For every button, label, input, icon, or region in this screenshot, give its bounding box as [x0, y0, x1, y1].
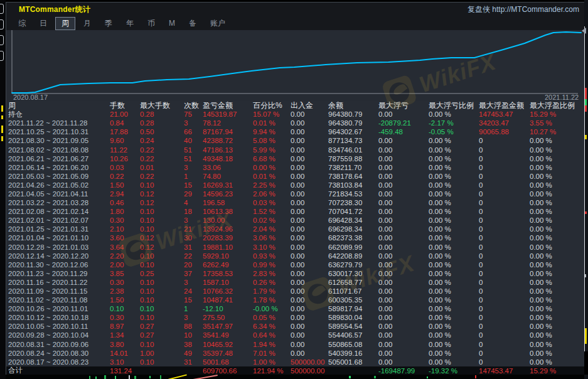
row-label: 2020.12.14 ~ 2020.12.20	[6, 252, 109, 260]
table-row[interactable]: 2021.08.30 ~ 2021.09.059.600.244042388.7…	[6, 136, 585, 145]
table-row[interactable]: 2021.02.01 ~ 2021.02.070.300.103130.000.…	[6, 216, 585, 225]
row-cell: 0	[478, 243, 528, 251]
row-label: 2020.10.12 ~ 2020.10.18	[6, 314, 109, 321]
total-row[interactable]: 合计131.24609700.66121.94 %500000.00-16948…	[6, 366, 585, 375]
row-cell: 0.00 %	[528, 314, 585, 321]
menu-item-季[interactable]: 季	[99, 18, 118, 29]
table-row[interactable]: 持仓21.000.2875145319.8715.07 %0.00964380.…	[6, 110, 585, 119]
row-cell: 0.22	[139, 155, 183, 163]
row-cell: 0.00	[377, 146, 427, 154]
table-row[interactable]: 2021.04.05 ~ 2021.04.112.940.122914596.2…	[6, 190, 585, 198]
brand-link[interactable]: 复盘侠 http://MTCommander.com	[468, 4, 579, 15]
table-row[interactable]: 2021.01.25 ~ 2021.01.312.100.102113924.9…	[6, 225, 585, 233]
table-row[interactable]: 2020.11.02 ~ 2020.11.081.500.101510487.4…	[6, 296, 585, 304]
row-cell: 121.94 %	[252, 367, 289, 375]
table-row[interactable]: 2020.08.24 ~ 2020.08.3014.011.004935397.…	[6, 349, 585, 358]
row-cell: 0.00	[377, 190, 427, 198]
row-cell: 51	[183, 155, 201, 163]
row-cell: 0.00	[377, 341, 427, 348]
row-cell: 2.04 %	[252, 225, 289, 233]
row-cell: 0.02 %	[252, 216, 289, 224]
equity-chart[interactable]: 2020.08.17 2021.11.22 WikiFX	[6, 30, 585, 101]
table-row[interactable]: 2020.11.09 ~ 2020.11.152.380.102410766.3…	[6, 287, 585, 296]
row-cell: 0.00	[377, 225, 427, 233]
table-row[interactable]: 2021.03.22 ~ 2021.03.280.460.124196.580.…	[6, 198, 585, 207]
row-cell: 90065.88	[478, 128, 528, 136]
row-cell: 0.28	[139, 110, 183, 118]
row-cell: 0.00 %	[528, 252, 585, 260]
table-row[interactable]: 2021.05.03 ~ 2021.05.090.220.22174.800.0…	[6, 172, 585, 181]
table-row[interactable]: 2020.12.14 ~ 2020.12.202.200.10225929.10…	[6, 252, 585, 260]
row-cell: 0.00 %	[528, 190, 585, 198]
row-cell: 0.00	[289, 287, 327, 295]
row-cell: 15.29 %	[528, 110, 585, 118]
table-row[interactable]: 2020.12.28 ~ 2021.01.033.640.123119881.1…	[6, 243, 585, 252]
row-cell: 1	[183, 173, 201, 180]
table-row[interactable]: 2020.11.16 ~ 2020.11.220.300.1031587.100…	[6, 278, 585, 287]
menu-item-M[interactable]: M	[163, 18, 181, 28]
background-chart-fragment	[0, 375, 588, 379]
menu-item-月[interactable]: 月	[78, 18, 97, 29]
row-cell: 662089.99	[327, 243, 377, 251]
table-row[interactable]: 2021.01.04 ~ 2021.01.103.600.123020283.3…	[6, 233, 585, 242]
table-row[interactable]: 2020.11.30 ~ 2020.12.062.000.10206262.49…	[6, 260, 585, 269]
table-row[interactable]: 2021.08.02 ~ 2021.08.0811.220.225147186.…	[6, 145, 585, 154]
row-cell: 0	[478, 314, 528, 321]
row-cell: 0.00	[289, 350, 327, 357]
row-cell: 0.00 %	[427, 164, 478, 171]
menu-item-账户[interactable]: 账户	[205, 18, 231, 29]
table-row[interactable]: 2021.04.26 ~ 2021.05.021.500.101516269.3…	[6, 181, 585, 190]
row-cell: 40	[183, 137, 201, 144]
table-row[interactable]: 2020.10.26 ~ 2020.11.010.100.101-12.10-0…	[6, 304, 585, 313]
row-cell: 1.80	[109, 208, 139, 215]
row-cell: -2.17 %	[427, 119, 478, 127]
row-label: 2021.02.08 ~ 2021.02.14	[6, 208, 109, 215]
row-cell: 0.00	[377, 110, 427, 118]
table-row[interactable]: 2020.08.31 ~ 2020.09.063.800.103810465.9…	[6, 340, 585, 349]
table-row[interactable]: 2020.10.05 ~ 2020.10.118.970.278835147.9…	[6, 322, 585, 331]
table-row[interactable]: 2020.11.23 ~ 2020.11.293.850.253717358.5…	[6, 269, 585, 278]
row-label: 2020.08.24 ~ 2020.08.30	[6, 350, 109, 357]
row-label: 2021.10.25 ~ 2021.10.31	[6, 128, 109, 136]
table-row[interactable]: 2021.10.25 ~ 2021.10.3117.880.506687167.…	[6, 127, 585, 136]
row-cell: 0.00	[377, 350, 427, 357]
row-cell: 87167.94	[201, 128, 252, 136]
table-row[interactable]: 2020.09.28 ~ 2020.10.041.340.27103541.49…	[6, 331, 585, 339]
row-label: 2020.11.30 ~ 2020.12.06	[6, 261, 109, 269]
row-cell: 3.85	[109, 270, 139, 277]
row-cell: 10	[183, 331, 201, 339]
row-cell: 0.00	[377, 287, 427, 295]
row-cell: 0.27	[139, 331, 183, 339]
table-row[interactable]: 2021.06.14 ~ 2021.06.200.030.01333.060.0…	[6, 163, 585, 172]
row-cell: 0.10	[139, 181, 183, 189]
row-cell: 0.00	[377, 314, 427, 321]
row-cell: 0.00	[289, 181, 327, 189]
row-cell: 10613.38	[201, 208, 252, 215]
row-cell: 0.00 %	[427, 181, 478, 189]
menu-item-日[interactable]: 日	[34, 18, 53, 29]
menu-item-周[interactable]: 周	[55, 17, 75, 30]
row-cell: 0.50	[139, 128, 183, 136]
row-cell: 0.30	[109, 216, 139, 224]
menu-item-币[interactable]: 币	[142, 18, 161, 29]
menu-item-备[interactable]: 备	[183, 18, 202, 29]
row-cell: 0.10	[139, 287, 183, 295]
row-cell: 0	[478, 146, 528, 154]
row-cell: 1.94 %	[252, 341, 289, 348]
table-row[interactable]: 2020.10.12 ~ 2020.10.180.300.103275.500.…	[6, 313, 585, 322]
menu-item-综[interactable]: 综	[13, 18, 31, 29]
row-cell: 0.00 %	[427, 243, 478, 251]
row-cell: 8.97	[109, 323, 139, 330]
row-cell: 554406.57	[327, 331, 377, 339]
row-cell: 1.52 %	[252, 208, 289, 215]
table-row[interactable]: 2020.08.17 ~ 2020.08.233.100.10315001.68…	[6, 358, 585, 366]
row-cell: 0	[478, 323, 528, 330]
menu-item-年[interactable]: 年	[120, 18, 139, 29]
row-cell: 787559.88	[327, 155, 377, 163]
header-cell: 手数	[109, 100, 139, 111]
row-cell: 0.10	[139, 314, 183, 321]
table-row[interactable]: 2021.02.08 ~ 2021.02.141.800.101810613.3…	[6, 207, 585, 216]
table-row[interactable]: 2021.06.21 ~ 2021.06.2710.260.225149348.…	[6, 154, 585, 163]
row-cell: 0.00	[289, 252, 327, 260]
table-row[interactable]: 2021.11.22 ~ 2021.11.280.840.28378.120.0…	[6, 119, 585, 127]
